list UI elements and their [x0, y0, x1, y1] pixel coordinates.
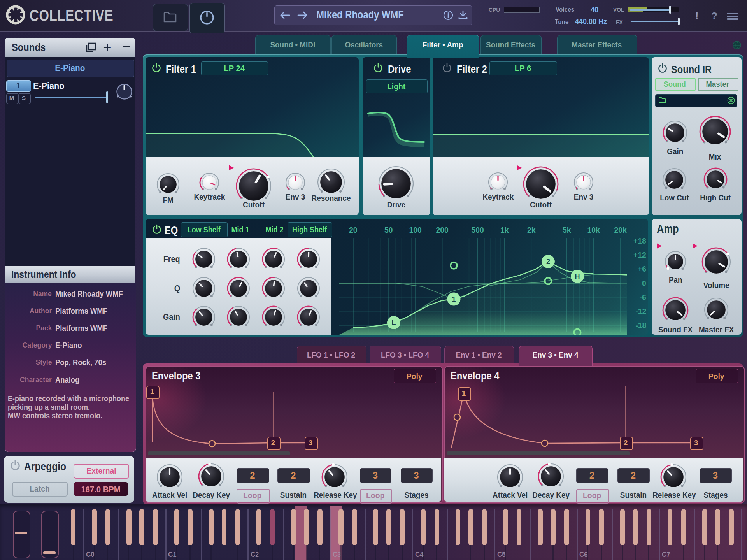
svg-text:2: 2: [546, 258, 550, 265]
svg-text:1: 1: [452, 295, 456, 303]
svg-text:H: H: [575, 272, 580, 280]
svg-text:L: L: [392, 319, 396, 327]
